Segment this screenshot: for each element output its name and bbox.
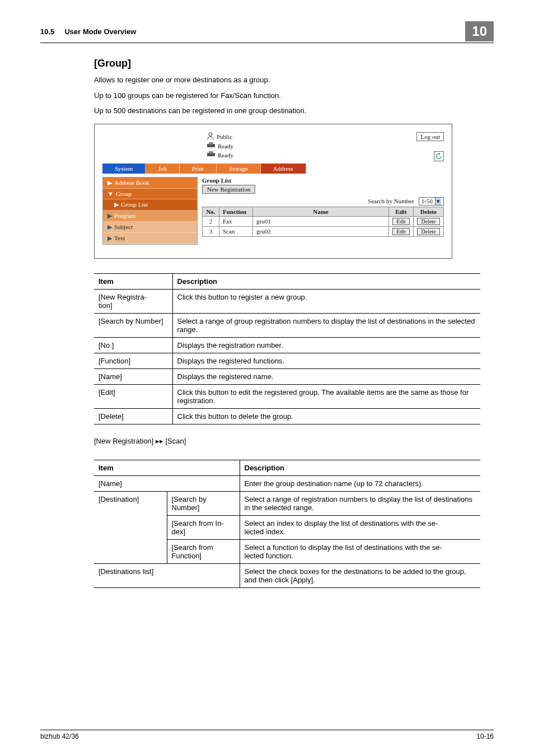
item-cell: [Name] — [94, 368, 172, 384]
triangle-right-icon: ▶ — [114, 201, 119, 208]
edit-button[interactable]: Edit — [392, 218, 410, 225]
description-table-1: Item Description [New Registra- tion]Cli… — [94, 273, 480, 424]
desc-cell: Displays the registered functions. — [172, 353, 480, 368]
cell-no: 3 — [203, 226, 219, 236]
tab-print[interactable]: Print — [180, 164, 217, 174]
page-header: 10.5 User Mode Overview 10 — [40, 21, 494, 43]
subitem-cell: [Search from In- dex] — [167, 515, 240, 539]
range-select[interactable]: 1-50 ▾ — [419, 197, 444, 206]
ready-label-1: Ready — [218, 143, 233, 150]
top-tabs: System Job Print Storage Address — [102, 164, 444, 174]
col-item: Item — [94, 273, 172, 289]
chevron-down-icon: ▾ — [435, 198, 441, 205]
section-number: 10.5 — [40, 27, 54, 36]
col-desc: Description — [172, 273, 480, 289]
user-icon — [207, 132, 214, 141]
logout-button[interactable]: Log out — [416, 132, 444, 141]
sidebar: ▶ Address Book ▼ Group ▶ Group List ▶ Pr… — [102, 177, 198, 245]
cell-name: gru01 — [253, 216, 389, 226]
tab-system[interactable]: System — [102, 164, 146, 174]
delete-button[interactable]: Delete — [417, 218, 439, 225]
desc-cell: Displays the registration number. — [172, 337, 480, 353]
printer-status-1: Ready — [207, 142, 416, 150]
group-paragraph-3: Up to 500 destinations can be registered… — [94, 106, 494, 116]
cell-name: gru02 — [253, 226, 389, 236]
group-heading: [Group] — [94, 58, 494, 69]
col-function: Function — [219, 207, 253, 216]
tab-address[interactable]: Address — [261, 164, 306, 174]
desc-cell: Select a function to display the list of… — [240, 539, 480, 563]
item-cell: [Delete] — [94, 408, 172, 424]
sidebar-label: Program — [114, 212, 135, 219]
col-no: No. — [203, 207, 219, 216]
sidebar-item-text[interactable]: ▶ Text — [103, 233, 197, 244]
desc-cell: Click this button to delete the group. — [172, 408, 480, 424]
item-cell-destination: [Destination] — [94, 491, 167, 563]
col-desc: Description — [240, 460, 480, 475]
sidebar-label: Group List — [121, 201, 148, 208]
new-registration-button[interactable]: New Registration — [202, 185, 255, 194]
refresh-icon[interactable] — [434, 151, 444, 161]
desc-cell: Displays the registered name. — [172, 368, 480, 384]
main-pane: Group List New Registration Search by Nu… — [202, 177, 444, 245]
pane-title: Group List — [202, 177, 444, 184]
sidebar-item-group[interactable]: ▼ Group — [103, 189, 197, 199]
group-paragraph-1: Allows to register one or more destinati… — [94, 75, 494, 85]
desc-cell: Select an index to display the list of d… — [240, 515, 480, 539]
item-cell: [Edit] — [94, 384, 172, 408]
sidebar-item-subject[interactable]: ▶ Subject — [103, 222, 197, 233]
tab-job[interactable]: Job — [146, 164, 179, 174]
range-value: 1-50 — [421, 198, 433, 204]
cell-fn: Scan — [219, 226, 253, 236]
svg-rect-2 — [209, 142, 213, 144]
cell-fn: Fax — [219, 216, 253, 226]
item-cell: [New Registra- tion] — [94, 289, 172, 313]
subitem-cell: [Search by Number] — [167, 491, 240, 515]
sidebar-item-program[interactable]: ▶ Program — [103, 211, 197, 222]
col-delete: Delete — [414, 207, 444, 216]
item-cell: [Function] — [94, 353, 172, 368]
public-label: Public — [217, 133, 232, 140]
footer-page: 10-16 — [476, 732, 494, 740]
sidebar-item-grouplist[interactable]: ▶ Group List — [103, 199, 197, 211]
item-cell: [No.] — [94, 337, 172, 353]
delete-button[interactable]: Delete — [417, 228, 439, 235]
tab-storage[interactable]: Storage — [217, 164, 261, 174]
desc-cell: Click this button to edit the registered… — [172, 384, 480, 408]
chapter-badge: 10 — [465, 21, 494, 41]
desc-cell: Select a range of group registration num… — [172, 313, 480, 337]
header-left: 10.5 User Mode Overview — [40, 27, 460, 36]
search-by-number-label: Search by Number — [368, 198, 414, 204]
sidebar-label: Text — [114, 235, 125, 241]
col-edit: Edit — [389, 207, 414, 216]
col-item: Item — [94, 460, 240, 475]
triangle-right-icon: ▶ — [107, 235, 112, 242]
group-paragraph-2: Up to 100 groups can be registered for F… — [94, 91, 494, 101]
item-cell: [Name] — [94, 475, 240, 491]
svg-point-0 — [209, 133, 212, 136]
page-footer: bizhub 42/36 10-16 — [40, 730, 494, 740]
svg-rect-4 — [209, 151, 213, 153]
col-name: Name — [253, 207, 389, 216]
item-cell: [Search by Number] — [94, 313, 172, 337]
footer-model: bizhub 42/36 — [40, 732, 79, 740]
section-title: User Mode Overview — [64, 27, 136, 36]
desc-cell: Select a range of registration numbers t… — [240, 491, 480, 515]
desc-cell: Enter the group destination name (up to … — [240, 475, 480, 491]
desc-cell: Click this button to register a new grou… — [172, 289, 480, 313]
table-row: 3 Scan gru02 Edit Delete — [203, 226, 444, 236]
screenshot-grouplist: Public Ready Ready — [94, 124, 452, 259]
sidebar-item-addressbook[interactable]: ▶ Address Book — [103, 178, 197, 189]
cell-no: 2 — [203, 216, 219, 226]
triangle-down-icon: ▼ — [107, 190, 114, 197]
ready-label-2: Ready — [218, 152, 233, 158]
triangle-right-icon: ▶ — [107, 179, 112, 186]
printer-icon — [207, 151, 216, 159]
table-row: 2 Fax gru01 Edit Delete — [203, 216, 444, 226]
sidebar-label: Subject — [114, 223, 133, 230]
description-table-2: Item Description [Name] Enter the group … — [94, 460, 480, 588]
printer-icon — [207, 142, 216, 150]
printer-status-2: Ready — [207, 151, 416, 159]
group-list-table: No. Function Name Edit Delete 2 Fax gru0… — [202, 207, 444, 237]
edit-button[interactable]: Edit — [392, 228, 410, 235]
